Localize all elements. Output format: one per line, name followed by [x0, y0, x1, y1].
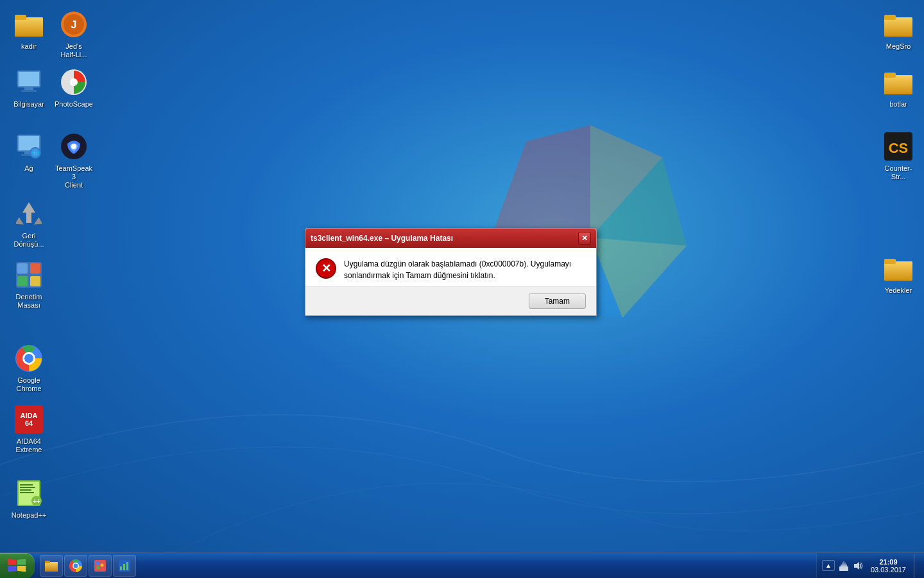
- taskbar-item-chrome[interactable]: [64, 555, 87, 577]
- taskbar-item-file-explorer[interactable]: [40, 555, 63, 577]
- paint-icon: [93, 559, 107, 573]
- dialog-message: Uygulama düzgün olarak başlatılamadı (0x…: [344, 258, 586, 281]
- system-tray: ▲ 21:09 03.03.2017: [816, 553, 924, 579]
- dialog-footer: Tamam: [305, 286, 596, 315]
- ok-button[interactable]: Tamam: [529, 293, 586, 309]
- svg-rect-65: [126, 562, 128, 570]
- taskbar: ▲ 21:09 03.03.2017: [0, 552, 924, 578]
- svg-rect-66: [839, 566, 848, 571]
- svg-marker-70: [854, 562, 859, 570]
- svg-rect-58: [94, 560, 106, 572]
- dialog-close-button[interactable]: ✕: [578, 232, 591, 245]
- clock-time: 21:09: [871, 558, 906, 566]
- svg-rect-53: [45, 562, 58, 572]
- svg-rect-64: [123, 564, 125, 570]
- volume-tray-icon[interactable]: [853, 561, 863, 571]
- dialog-title: ts3client_win64.exe – Uygulama Hatası: [311, 234, 578, 243]
- svg-point-61: [97, 566, 100, 569]
- taskbar-item-task-manager[interactable]: [113, 555, 136, 577]
- show-desktop-button[interactable]: [914, 554, 919, 577]
- desktop: kadir J Jed'sHalf-Li...: [0, 0, 924, 578]
- task-manager-icon: [117, 559, 132, 573]
- error-dialog: ts3client_win64.exe – Uygulama Hatası ✕ …: [305, 228, 597, 316]
- svg-rect-63: [120, 566, 122, 570]
- dialog-body: ✕ Uygulama düzgün olarak başlatılamadı (…: [305, 248, 596, 286]
- start-windows-icon: [8, 559, 27, 573]
- svg-rect-69: [843, 561, 844, 563]
- show-hidden-icons[interactable]: ▲: [822, 560, 835, 571]
- file-explorer-icon: [44, 559, 58, 573]
- dialog-overlay: ts3client_win64.exe – Uygulama Hatası ✕ …: [0, 0, 924, 578]
- chrome-taskbar-icon: [69, 559, 83, 573]
- network-tray-icon[interactable]: [839, 561, 849, 571]
- svg-rect-67: [841, 565, 847, 566]
- svg-point-59: [96, 561, 99, 565]
- svg-point-57: [74, 563, 78, 568]
- svg-rect-54: [45, 561, 50, 563]
- error-icon: ✕: [316, 258, 336, 279]
- taskbar-item-paint[interactable]: [89, 555, 112, 577]
- svg-point-60: [101, 563, 104, 566]
- taskbar-clock[interactable]: 21:09 03.03.2017: [867, 558, 910, 574]
- taskbar-items: [37, 555, 816, 577]
- svg-rect-68: [842, 563, 846, 565]
- start-button[interactable]: [0, 553, 35, 579]
- clock-date: 03.03.2017: [871, 566, 906, 574]
- dialog-titlebar: ts3client_win64.exe – Uygulama Hatası ✕: [305, 229, 596, 248]
